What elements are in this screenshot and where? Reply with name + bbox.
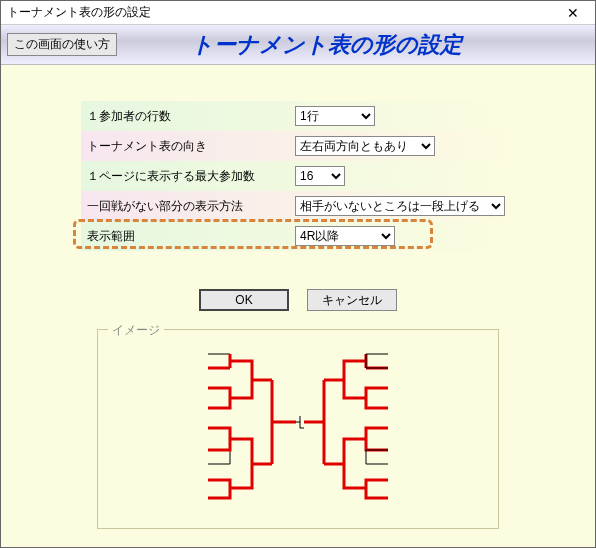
cancel-button[interactable]: キャンセル [307,289,397,311]
bracket-preview-icon [188,340,408,510]
row-display-range: 表示範囲 4R以降 [81,221,515,251]
ok-button[interactable]: OK [199,289,289,311]
select-no-first-round[interactable]: 相手がいないところは一段上げる [295,196,505,216]
button-row: OK キャンセル [1,289,595,311]
image-preview-group: イメージ [97,329,499,529]
label-direction: トーナメント表の向き [87,138,295,155]
close-button[interactable]: ✕ [557,3,589,23]
titlebar: トーナメント表の形の設定 ✕ [1,1,595,25]
label-no-first-round: 一回戦がない部分の表示方法 [87,198,295,215]
row-no-first-round: 一回戦がない部分の表示方法 相手がいないところは一段上げる [81,191,515,221]
label-max-per-page: １ページに表示する最大参加数 [87,168,295,185]
label-display-range: 表示範囲 [87,228,295,245]
header: この画面の使い方 トーナメント表の形の設定 [1,25,595,65]
help-button[interactable]: この画面の使い方 [7,33,117,56]
window: トーナメント表の形の設定 ✕ この画面の使い方 トーナメント表の形の設定 １参加… [0,0,596,548]
select-max-per-page[interactable]: 16 [295,166,345,186]
select-display-range[interactable]: 4R以降 [295,226,395,246]
select-direction[interactable]: 左右両方向ともあり [295,136,435,156]
settings-content: １参加者の行数 1行 トーナメント表の向き 左右両方向ともあり １ページに表示す… [1,65,595,261]
close-icon: ✕ [567,5,579,21]
page-title: トーナメント表の形の設定 [117,30,595,60]
label-participant-lines: １参加者の行数 [87,108,295,125]
window-title: トーナメント表の形の設定 [7,4,151,21]
row-participant-lines: １参加者の行数 1行 [81,101,515,131]
row-max-per-page: １ページに表示する最大参加数 16 [81,161,515,191]
row-direction: トーナメント表の向き 左右両方向ともあり [81,131,515,161]
image-group-label: イメージ [108,322,164,339]
select-participant-lines[interactable]: 1行 [295,106,375,126]
